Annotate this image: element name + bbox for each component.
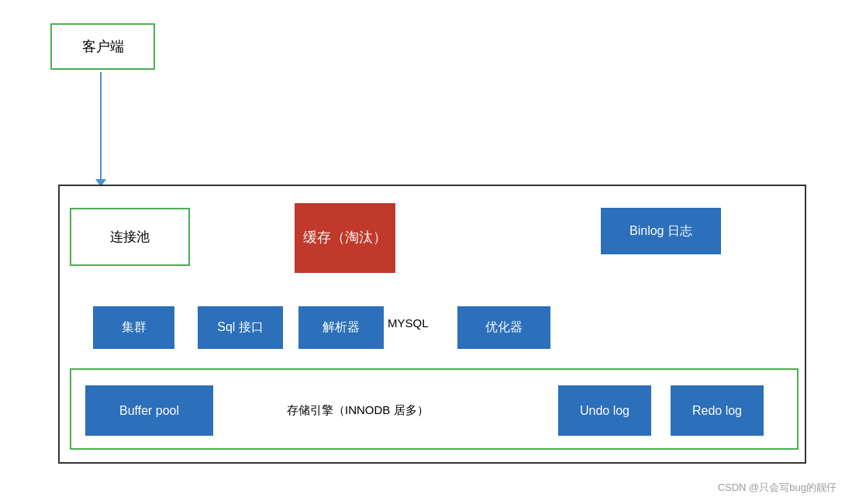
undo-log-label: Undo log: [580, 404, 630, 418]
redo-log-label: Redo log: [692, 404, 742, 418]
parser-label: 解析器: [323, 319, 360, 336]
optimizer-label: 优化器: [485, 319, 523, 336]
sql-label: Sql 接口: [217, 319, 264, 336]
cache-box: 缓存（淘汰）: [295, 203, 395, 273]
binlog-box: Binlog 日志: [601, 208, 721, 254]
arrow-down: [100, 72, 102, 181]
optimizer-box: 优化器: [457, 306, 550, 349]
binlog-label: Binlog 日志: [630, 223, 692, 240]
cluster-box: 集群: [93, 306, 174, 349]
page-container: 客户端 连接池 缓存（淘汰） Binlog 日志 集群 Sql 接口 解析器 M…: [0, 0, 852, 504]
storage-label: 存储引擎（INNODB 居多）: [287, 403, 429, 418]
conn-pool-box: 连接池: [70, 208, 190, 266]
watermark: CSDN @只会写bug的靓仔: [718, 481, 836, 495]
cluster-label: 集群: [122, 319, 147, 336]
conn-pool-label: 连接池: [110, 228, 150, 246]
mysql-label: MYSQL: [388, 316, 429, 330]
buffer-pool-box: Buffer pool: [85, 385, 213, 436]
client-label: 客户端: [82, 37, 124, 56]
client-box: 客户端: [50, 23, 155, 70]
buffer-pool-label: Buffer pool: [119, 404, 179, 418]
undo-log-box: Undo log: [558, 385, 651, 436]
parser-box: 解析器: [298, 306, 384, 349]
cache-label: 缓存（淘汰）: [303, 228, 387, 247]
sql-box: Sql 接口: [198, 306, 283, 349]
redo-log-box: Redo log: [671, 385, 764, 436]
